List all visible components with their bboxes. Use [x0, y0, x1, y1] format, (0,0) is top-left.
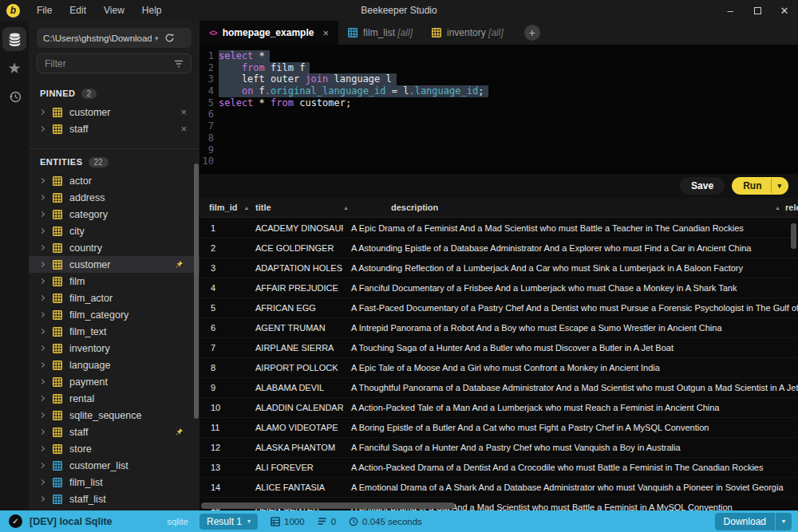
entity-item-store[interactable]: store — [29, 440, 200, 457]
history-icon[interactable] — [2, 85, 26, 108]
cell-film-id[interactable]: 1 — [200, 223, 249, 233]
title-sort-zone[interactable]: ▲ — [343, 198, 391, 217]
table-row[interactable]: 6 AGENT TRUMAN A Intrepid Panorama of a … — [200, 318, 798, 338]
cell-film-id[interactable]: 7 — [200, 343, 249, 353]
cell-description[interactable]: A Astounding Epistle of a Database Admin… — [343, 243, 798, 253]
cell-title[interactable]: AFRICAN EGG — [249, 303, 343, 313]
chevron-right-icon[interactable] — [39, 362, 45, 368]
download-label[interactable]: Download — [715, 513, 775, 530]
entity-item-city[interactable]: city — [29, 223, 200, 239]
cell-film-id[interactable]: 13 — [200, 463, 249, 472]
cell-film-id[interactable]: 6 — [200, 323, 249, 333]
chevron-right-icon[interactable] — [39, 412, 45, 418]
menu-help[interactable]: Help — [133, 0, 171, 21]
entity-item-payment[interactable]: payment — [29, 373, 200, 390]
chevron-right-icon[interactable] — [39, 479, 45, 485]
cell-title[interactable]: ALICE FANTASIA — [249, 483, 343, 492]
chevron-right-icon[interactable] — [39, 463, 45, 468]
run-dropdown-caret-icon[interactable]: ▾ — [771, 179, 788, 193]
column-header-release-year[interactable]: release_year — [785, 198, 798, 217]
chevron-right-icon[interactable] — [39, 329, 45, 334]
cell-title[interactable]: AFFAIR PREJUDICE — [249, 283, 343, 293]
cell-description[interactable]: A Fanciful Saga of a Hunter And a Pastry… — [343, 443, 798, 452]
cell-description[interactable]: A Fast-Paced Documentary of a Pastry Che… — [343, 303, 798, 313]
chevron-right-icon[interactable] — [39, 178, 45, 183]
horizontal-scrollbar[interactable] — [201, 502, 455, 509]
chevron-right-icon[interactable] — [39, 496, 45, 502]
column-header-title[interactable]: title — [249, 198, 343, 217]
cell-description[interactable]: A Astounding Reflection of a Lumberjack … — [343, 263, 798, 273]
cell-description[interactable]: A Fanciful Documentary of a Frisbee And … — [343, 283, 798, 293]
chevron-right-icon[interactable] — [39, 345, 45, 351]
table-row[interactable]: 4 AFFAIR PREJUDICE A Fanciful Documentar… — [200, 278, 798, 298]
cell-title[interactable]: AGENT TRUMAN — [249, 323, 343, 333]
new-tab-button[interactable]: + — [524, 25, 540, 41]
entity-item-inventory[interactable]: inventory — [29, 340, 200, 357]
cell-description[interactable]: A Epic Tale of a Moose And a Girl who mu… — [343, 363, 798, 372]
entity-item-language[interactable]: language — [29, 357, 200, 373]
cell-film-id[interactable]: 11 — [200, 423, 249, 432]
chevron-right-icon[interactable] — [39, 228, 45, 234]
cell-film-id[interactable]: 5 — [200, 303, 249, 313]
run-label[interactable]: Run — [732, 177, 771, 195]
vertical-scrollbar[interactable] — [791, 223, 796, 249]
cell-title[interactable]: ALAMO VIDEOTAPE — [249, 423, 343, 432]
sort-asc-icon[interactable]: ▲ — [775, 205, 780, 211]
close-button[interactable]: ✕ — [771, 0, 798, 21]
pinned-item-staff[interactable]: staff × — [29, 120, 200, 137]
cell-title[interactable]: ALADDIN CALENDAR — [249, 403, 343, 412]
tab-homepage_example[interactable]: <>homepage_example × — [200, 21, 338, 45]
chevron-right-icon[interactable] — [39, 446, 45, 451]
cell-description[interactable]: A Thoughtful Panorama of a Database Admi… — [343, 383, 798, 392]
tab-inventory[interactable]: inventory [all] — [422, 21, 513, 45]
chevron-right-icon[interactable] — [39, 312, 45, 317]
sql-editor[interactable]: 1 select *2 from film f3 left outer join… — [200, 45, 798, 174]
table-row[interactable]: 2 ACE GOLDFINGER A Astounding Epistle of… — [200, 238, 798, 258]
table-row[interactable]: 3 ADAPTATION HOLES A Astounding Reflecti… — [200, 258, 798, 278]
chevron-right-icon[interactable] — [39, 211, 45, 217]
pin-icon[interactable] — [175, 428, 184, 436]
cell-film-id[interactable]: 10 — [200, 403, 249, 412]
favorites-star-icon[interactable]: ★ — [2, 56, 26, 80]
cell-title[interactable]: AIRPORT POLLOCK — [249, 363, 343, 372]
maximize-button[interactable] — [744, 0, 771, 21]
connection-status[interactable]: ✓ [DEV] local Sqlite sqlite — [0, 514, 200, 528]
chevron-right-icon[interactable] — [39, 396, 45, 401]
menu-view[interactable]: View — [95, 0, 133, 21]
table-row[interactable]: 5 AFRICAN EGG A Fast-Paced Documentary o… — [200, 298, 798, 318]
column-header-description[interactable]: description▲ — [391, 198, 785, 217]
sort-asc-icon[interactable]: ▲ — [343, 205, 349, 211]
unpin-close-icon[interactable]: × — [180, 106, 187, 118]
cell-title[interactable]: ACE GOLDFINGER — [249, 243, 343, 253]
download-caret-icon[interactable]: ▾ — [775, 513, 792, 530]
entity-item-country[interactable]: country — [29, 239, 200, 256]
cell-description[interactable]: A Boring Epistle of a Butler And a Cat w… — [343, 423, 798, 432]
entity-item-address[interactable]: address — [29, 189, 200, 206]
entity-item-sqlite_sequence[interactable]: sqlite_sequence — [29, 407, 200, 424]
chevron-right-icon[interactable] — [39, 195, 45, 200]
table-row[interactable]: 1 ACADEMY DINOSAUR A Epic Drama of a Fem… — [200, 219, 798, 238]
cell-description[interactable]: A Emotional Drama of a A Shark And a Dat… — [343, 483, 798, 492]
cell-description[interactable]: A Touching Saga of a Hunter And a Butler… — [343, 343, 798, 353]
column-header-film-id[interactable]: film_id▲ — [200, 198, 249, 217]
cell-film-id[interactable]: 4 — [200, 283, 249, 293]
chevron-right-icon[interactable] — [39, 245, 45, 250]
sidebar-scrollbar[interactable] — [194, 164, 199, 419]
entity-item-customer[interactable]: customer — [29, 256, 200, 273]
run-button[interactable]: Run ▾ — [732, 177, 788, 195]
pin-icon[interactable] — [175, 260, 184, 269]
cell-film-id[interactable]: 8 — [200, 363, 249, 372]
cell-film-id[interactable]: 14 — [200, 483, 249, 492]
cell-film-id[interactable]: 9 — [200, 383, 249, 392]
chevron-right-icon[interactable] — [39, 429, 45, 435]
connection-selector[interactable]: C:\Users\ghstng\Downloads ▾ — [37, 28, 192, 48]
cell-description[interactable]: A Action-Packed Tale of a Man And a Lumb… — [343, 403, 798, 412]
cell-description[interactable]: A Action-Packed Drama of a Dentist And a… — [343, 463, 798, 472]
entity-item-staff_list[interactable]: staff_list — [29, 491, 200, 507]
cell-title[interactable]: AIRPLANE SIERRA — [249, 343, 343, 353]
entity-item-film_category[interactable]: film_category — [29, 306, 200, 323]
table-row[interactable]: 10 ALADDIN CALENDAR A Action-Packed Tale… — [200, 398, 798, 418]
cell-title[interactable]: ACADEMY DINOSAUR — [249, 223, 343, 233]
minimize-button[interactable]: – — [717, 0, 744, 21]
table-row[interactable]: 7 AIRPLANE SIERRA A Touching Saga of a H… — [200, 338, 798, 358]
